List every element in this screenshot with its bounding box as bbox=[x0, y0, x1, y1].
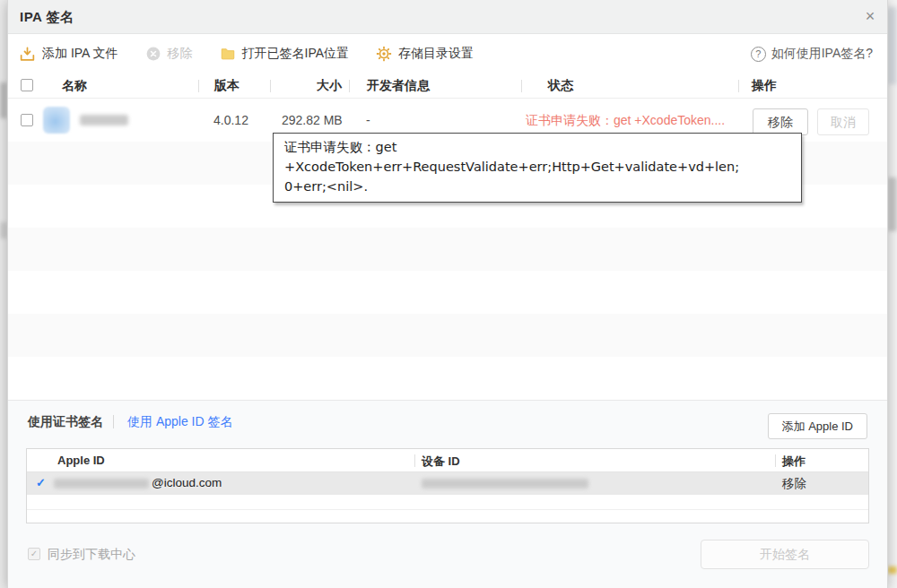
gear-icon bbox=[376, 46, 392, 62]
remove-button: 移除 bbox=[145, 46, 193, 62]
appleid-redacted bbox=[54, 479, 149, 489]
add-ipa-label: 添加 IPA 文件 bbox=[42, 46, 118, 62]
tab-cert-sign[interactable]: 使用证书签名 bbox=[28, 414, 103, 430]
appleid-row[interactable]: ✓ @icloud.com 移除 bbox=[27, 472, 868, 495]
tooltip-line1: 证书申请失败：get +XcodeToken+err+RequestValida… bbox=[284, 137, 790, 177]
row-remove-button[interactable]: 移除 bbox=[753, 108, 808, 135]
column-separator bbox=[198, 80, 199, 92]
status-text[interactable]: 证书申请失败：get +XcodeToken.... bbox=[526, 113, 725, 129]
background-smudge bbox=[0, 82, 7, 118]
col-idaction: 操作 bbox=[782, 454, 806, 470]
error-tooltip: 证书申请失败：get +XcodeToken+err+RequestValida… bbox=[273, 133, 802, 203]
column-separator bbox=[775, 454, 776, 467]
open-signed-location-label: 打开已签名IPA位置 bbox=[242, 46, 350, 62]
toolbar: 添加 IPA 文件 移除 打开已签名IPA位置 bbox=[8, 34, 887, 74]
col-appleid: Apple ID bbox=[57, 454, 105, 467]
folder-icon bbox=[220, 46, 236, 62]
sign-panel: 使用证书签名 使用 Apple ID 签名 添加 Apple ID Apple … bbox=[8, 401, 887, 588]
sync-checkbox: ✓ bbox=[28, 548, 40, 560]
background-smudge bbox=[888, 177, 897, 231]
remove-circle-icon bbox=[145, 46, 161, 62]
background-smudge bbox=[888, 566, 897, 574]
selected-check-icon: ✓ bbox=[36, 476, 46, 489]
remove-label: 移除 bbox=[168, 46, 193, 62]
col-status: 状态 bbox=[548, 78, 573, 94]
list-stripe bbox=[8, 228, 887, 271]
appleid-domain: @icloud.com bbox=[152, 476, 222, 489]
col-action: 操作 bbox=[752, 78, 777, 94]
background-smudge bbox=[0, 222, 7, 238]
storage-settings-label: 存储目录设置 bbox=[398, 46, 474, 62]
column-separator bbox=[349, 80, 350, 92]
table-row-divider bbox=[27, 509, 868, 510]
help-icon: ? bbox=[751, 47, 766, 62]
tab-appleid-sign[interactable]: 使用 Apple ID 签名 bbox=[127, 414, 232, 430]
start-sign-button: 开始签名 bbox=[701, 540, 869, 569]
screen: IPA 签名 × 添加 IPA 文件 移除 bbox=[0, 0, 897, 588]
select-all-checkbox[interactable] bbox=[21, 79, 33, 91]
close-icon[interactable]: × bbox=[860, 7, 880, 27]
column-separator bbox=[521, 80, 522, 92]
column-separator bbox=[414, 454, 415, 467]
app-icon-redacted bbox=[43, 107, 70, 134]
list-stripe bbox=[8, 357, 887, 400]
help-link[interactable]: ? 如何使用IPA签名? bbox=[751, 34, 873, 74]
add-ipa-button[interactable]: 添加 IPA 文件 bbox=[19, 46, 118, 63]
col-version: 版本 bbox=[214, 78, 239, 94]
list-stripe bbox=[8, 314, 887, 357]
help-label: 如何使用IPA签名? bbox=[771, 46, 873, 62]
sync-label: 同步到下载中心 bbox=[48, 547, 135, 563]
deviceid-redacted bbox=[422, 479, 588, 489]
title-bar: IPA 签名 × bbox=[8, 0, 887, 34]
ipa-sign-dialog: IPA 签名 × 添加 IPA 文件 移除 bbox=[7, 0, 888, 588]
col-developer: 开发者信息 bbox=[367, 78, 430, 94]
background-smudge bbox=[888, 7, 897, 84]
list-stripe bbox=[8, 271, 887, 314]
appleid-table-header: Apple ID 设备 ID 操作 bbox=[27, 449, 868, 472]
col-name: 名称 bbox=[62, 78, 87, 94]
tab-divider bbox=[113, 415, 114, 428]
col-size: 大小 bbox=[317, 78, 342, 94]
open-signed-location-button[interactable]: 打开已签名IPA位置 bbox=[220, 46, 350, 62]
row-checkbox[interactable] bbox=[21, 114, 33, 126]
background-window-right bbox=[888, 0, 897, 588]
tooltip-line2: 0+err;<nil>. bbox=[284, 177, 790, 196]
app-version: 4.0.12 bbox=[213, 113, 248, 127]
col-deviceid: 设备 ID bbox=[422, 454, 460, 470]
ipa-table-header: 名称 版本 大小 开发者信息 状态 操作 bbox=[8, 74, 887, 99]
column-separator bbox=[738, 80, 739, 92]
appleid-table: Apple ID 设备 ID 操作 ✓ @icloud.com 移除 bbox=[26, 448, 869, 523]
remove-appleid-link[interactable]: 移除 bbox=[782, 476, 806, 492]
download-tray-icon bbox=[19, 46, 36, 63]
app-developer: - bbox=[366, 113, 370, 127]
column-separator bbox=[270, 80, 271, 92]
background-window-left bbox=[0, 0, 7, 588]
add-appleid-button[interactable]: 添加 Apple ID bbox=[768, 413, 867, 439]
page-title: IPA 签名 bbox=[20, 9, 74, 26]
app-size: 292.82 MB bbox=[282, 113, 343, 127]
row-cancel-button: 取消 bbox=[817, 108, 869, 135]
storage-settings-button[interactable]: 存储目录设置 bbox=[376, 46, 474, 62]
app-name-redacted bbox=[80, 115, 128, 125]
